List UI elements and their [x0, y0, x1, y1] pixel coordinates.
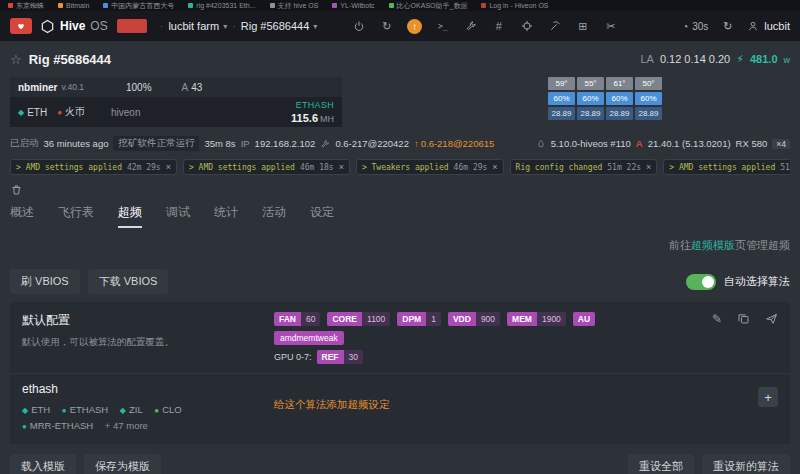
flash-vbios-button[interactable]: 刷 VBIOS	[10, 269, 80, 294]
overclock-panel: 默认配置 默认使用，可以被算法的配置覆盖。 FAN60 CORE1100 DPM…	[10, 302, 790, 444]
favorite-star-toggle[interactable]: ☆	[10, 52, 22, 67]
miner-card-bottom: ◆ETH ●火币 hiveon ETHASH 115.6MH	[10, 97, 342, 127]
ip-label: IP	[241, 138, 250, 149]
favicon	[8, 3, 13, 8]
add-oc-settings-link[interactable]: 给这个算法添加超频设定	[274, 398, 390, 410]
gpu-column: 55° 60% 28.89	[577, 77, 604, 120]
shutdown-button[interactable]	[351, 19, 366, 34]
close-icon[interactable]: ×	[492, 162, 497, 172]
miner-card[interactable]: nbminer v.40.1 100% A43 ◆ETH ●火币 hiveon …	[10, 77, 342, 127]
rig-metrics: LA 0.12 0.14 0.20 ⚡ 481.0 w	[640, 53, 790, 66]
rig-action-icons: ↻ ↑ >_ # ⊞ ✂	[351, 19, 618, 34]
miner-row: nbminer v.40.1 100% A43 ◆ETH ●火币 hiveon …	[10, 77, 790, 127]
more-coins[interactable]: + 47 more	[105, 420, 148, 431]
coin-icon: ●	[62, 406, 67, 415]
apply-config-button[interactable]	[765, 312, 778, 325]
badge-label: AU	[573, 312, 595, 326]
event-tag: Rig config changed 51m 22s ×	[510, 159, 658, 175]
badge-value: 900	[476, 312, 500, 326]
reset-all-button[interactable]: 重设全部	[628, 454, 694, 474]
remote-shell-button[interactable]: >_	[435, 19, 450, 34]
heart-notification-badge[interactable]	[10, 18, 32, 34]
oc-templates-link[interactable]: 超频模版	[691, 238, 735, 253]
top-navbar: Hive OS · lucbit farm ▾ · Rig #5686444 ▾…	[0, 11, 800, 41]
event-text: > AMD settings applied	[189, 163, 295, 172]
hiveos-logo[interactable]: Hive OS	[40, 19, 108, 34]
close-icon[interactable]: ×	[166, 162, 171, 172]
miner-state: 挖矿软件正常运行	[113, 136, 199, 151]
tools-button[interactable]	[463, 19, 478, 34]
tab-stats[interactable]: 统计	[214, 204, 238, 228]
kernel-version: 5.10.0-hiveos #110	[551, 138, 631, 149]
edit-config-button[interactable]: ✎	[712, 312, 722, 326]
download-vbios-button[interactable]: 下载 VBIOS	[88, 269, 169, 294]
refresh-interval[interactable]: ◔ 30s	[682, 21, 708, 32]
tab-flight-sheets[interactable]: 飞行表	[58, 204, 94, 228]
tab-tuning[interactable]: 调试	[166, 204, 190, 228]
farm-selector[interactable]: lucbit farm ▾	[168, 20, 227, 32]
crosshair-icon	[521, 20, 533, 32]
reset-new-algos-button[interactable]: 重设新的算法	[702, 454, 790, 474]
benchmark-button[interactable]	[519, 19, 534, 34]
reboot-button[interactable]: ↻	[379, 19, 394, 34]
browser-tab[interactable]: 支持 hive OS	[270, 1, 319, 11]
badge-label: DPM	[397, 312, 426, 326]
clear-events-button[interactable]	[10, 183, 23, 196]
refresh-icon: ↻	[382, 20, 391, 33]
page-content: ☆ Rig #5686444 LA 0.12 0.14 0.20 ⚡ 481.0…	[0, 41, 800, 474]
close-icon[interactable]: ×	[339, 162, 344, 172]
manual-refresh-button[interactable]: ↻	[720, 19, 735, 34]
algo-info: ethash ◆ETH ●ETHASH ◆ZIL ●CLO ●MRR-ETHAS…	[22, 382, 274, 434]
load-template-button[interactable]: 载入模版	[10, 454, 76, 474]
copy-config-button[interactable]	[737, 312, 750, 325]
close-icon[interactable]: ×	[646, 162, 651, 172]
hashrate-watchdog-button[interactable]: #	[491, 19, 506, 34]
tab-activity[interactable]: 活动	[262, 204, 286, 228]
tab-settings[interactable]: 设定	[310, 204, 334, 228]
miner-card-top: nbminer v.40.1 100% A43	[10, 77, 342, 97]
browser-tab[interactable]: rig #4203531 Eth...	[188, 2, 255, 9]
tab-overview[interactable]: 概述	[10, 204, 34, 228]
brand-name: Hive	[60, 19, 85, 33]
ip-address: 192.168.2.102	[255, 138, 316, 149]
browser-tab[interactable]: YL-Witbotc	[332, 2, 374, 9]
upgrade-button[interactable]: ↑	[407, 19, 422, 34]
alert-badge[interactable]	[117, 19, 147, 33]
add-oc-button[interactable]: +	[758, 387, 778, 407]
apps-button[interactable]: ⊞	[575, 19, 590, 34]
user-menu[interactable]: lucbit	[747, 20, 790, 32]
coin-clo: ●CLO	[154, 404, 181, 415]
default-config-actions: ✎	[692, 312, 778, 326]
miner-actions-button[interactable]	[547, 19, 562, 34]
gpu-hashrate: 28.89	[577, 107, 604, 120]
coin-icon: ●	[57, 108, 62, 117]
hashrate-block: ETHASH 115.6MH	[291, 99, 334, 125]
event-text: > AMD settings applied	[669, 163, 775, 172]
accepted-value: 43	[191, 82, 202, 93]
auto-algo-control: 自动选择算法	[686, 274, 790, 290]
browser-tab[interactable]: Log in - Hiveon OS	[481, 2, 548, 9]
browser-tab[interactable]: 比心OKASO助手_数据	[389, 1, 468, 11]
screenshot-button[interactable]: ✂	[603, 19, 618, 34]
browser-tab[interactable]: Bitmain	[58, 2, 89, 9]
algo-label: ETHASH	[291, 99, 334, 111]
scissors-icon: ✂	[606, 20, 615, 33]
browser-tab[interactable]: 东京蜘蛛	[8, 1, 44, 11]
badge-value: 30	[344, 350, 363, 364]
droplet-icon	[536, 139, 546, 149]
auto-algo-toggle[interactable]	[686, 274, 716, 290]
refresh-icon: ↻	[723, 20, 732, 33]
browser-tab[interactable]: 中国内蒙古首西大号	[103, 1, 174, 11]
oc-badge-mem: MEM1900	[507, 312, 566, 326]
hashrate-value: 115.6	[291, 112, 318, 124]
trash-icon	[10, 183, 23, 196]
event-text: > AMD settings applied	[16, 163, 122, 172]
available-update[interactable]: ↑ 0.6-218@220615	[414, 138, 494, 149]
browser-tab-label: 比心OKASO助手_数据	[397, 1, 468, 11]
tab-overclocking[interactable]: 超频	[118, 204, 142, 228]
save-template-button[interactable]: 保存为模版	[84, 454, 161, 474]
pencil-icon: ✎	[712, 312, 722, 326]
power-unit: w	[784, 55, 791, 65]
oc-templates-row: 前往 超频模版 页管理超频	[10, 238, 790, 253]
rig-selector[interactable]: Rig #5686444 ▾	[241, 20, 318, 32]
